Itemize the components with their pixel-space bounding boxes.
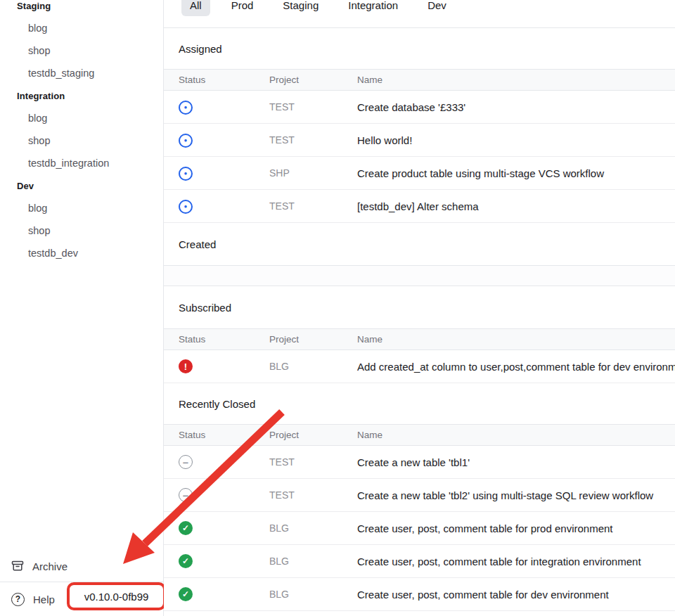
issue-done-icon: ✓ [179, 587, 193, 601]
issue-name: Create database '£333' [357, 101, 675, 113]
sidebar-item-dev-shop[interactable]: shop [0, 219, 163, 242]
issue-open-icon: ● [179, 101, 193, 115]
environment-tabbar: All Prod Staging Integration Dev [164, 0, 675, 28]
issue-row[interactable]: − TEST Create a new table 'tbl1' [164, 446, 675, 479]
issue-open-icon: ● [179, 200, 193, 214]
tab-staging[interactable]: Staging [274, 0, 327, 16]
section-subscribed: Subscribed Status Project Name ! BLG Add… [164, 286, 675, 383]
issue-failed-icon: ! [179, 359, 193, 373]
header-status: Status [164, 75, 269, 85]
env-group-staging: Staging [0, 0, 163, 17]
section-title-subscribed: Subscribed [164, 286, 675, 328]
issue-name: Create a new table 'tbl1' [357, 456, 675, 468]
tab-integration[interactable]: Integration [340, 0, 406, 16]
help-question-icon: ? [11, 593, 25, 606]
issue-name: Add created_at column to user,post,comme… [357, 361, 675, 373]
tab-dev[interactable]: Dev [419, 0, 455, 16]
issue-row[interactable]: ● SHP Create product table using multi-s… [164, 157, 675, 190]
section-recently-closed: Recently Closed Status Project Name − TE… [164, 383, 675, 611]
header-status: Status [164, 430, 269, 440]
issue-name: [testdb_dev] Alter schema [357, 200, 675, 212]
database-nav: Staging blog shop testdb_staging Integra… [0, 0, 163, 264]
header-project: Project [269, 430, 357, 440]
issue-name: Create a new table 'tbl2' using multi-st… [357, 489, 675, 501]
header-name: Name [357, 75, 675, 85]
header-project: Project [269, 334, 357, 345]
sidebar-item-integration-shop[interactable]: shop [0, 129, 163, 152]
main-content: All Prod Staging Integration Dev Assigne… [164, 0, 675, 616]
header-name: Name [357, 334, 675, 345]
issue-name: Create user, post, comment table for dev… [357, 589, 675, 601]
section-created: Created [164, 223, 675, 286]
header-project: Project [269, 75, 357, 85]
project-key: BLG [269, 522, 357, 534]
section-title-assigned: Assigned [164, 28, 675, 69]
version-label: v0.10.0-0fb99 [84, 591, 149, 603]
project-key: BLG [269, 556, 357, 567]
issue-name: Hello world! [357, 134, 675, 146]
sidebar-item-staging-shop[interactable]: shop [0, 39, 163, 62]
issue-row[interactable]: − TEST Create a new table 'tbl2' using m… [164, 479, 675, 512]
sidebar-item-dev-blog[interactable]: blog [0, 197, 163, 219]
section-title-recently-closed: Recently Closed [164, 383, 675, 424]
issue-open-icon: ● [179, 134, 193, 148]
sidebar-item-testdb-dev[interactable]: testdb_dev [0, 242, 163, 264]
issue-row[interactable]: ✓ BLG Create user, post, comment table f… [164, 545, 675, 578]
issue-name: Create product table using multi-stage V… [357, 167, 675, 179]
project-key: TEST [269, 134, 357, 146]
sidebar-item-staging-blog[interactable]: blog [0, 17, 163, 39]
env-group-integration: Integration [0, 84, 163, 107]
env-group-dev: Dev [0, 174, 163, 197]
issue-row[interactable]: ● TEST [testdb_dev] Alter schema [164, 190, 675, 223]
header-name: Name [357, 430, 675, 440]
project-key: TEST [269, 456, 357, 468]
issue-name: Create user, post, comment table for pro… [357, 522, 675, 534]
section-title-created: Created [164, 223, 675, 265]
tab-all[interactable]: All [181, 0, 210, 16]
sidebar-item-testdb-integration[interactable]: testdb_integration [0, 152, 163, 174]
header-status: Status [164, 334, 269, 345]
annotation-box-version: v0.10.0-0fb99 [67, 582, 166, 610]
project-key: TEST [269, 101, 357, 113]
table-header: Status Project Name [164, 424, 675, 446]
issue-row[interactable]: ✓ BLG Create user, post, comment table f… [164, 512, 675, 545]
issue-row[interactable]: ✓ BLG Create user, post, comment table f… [164, 578, 675, 611]
section-assigned: Assigned Status Project Name ● TEST Crea… [164, 28, 675, 223]
help-label: Help [33, 593, 55, 605]
sidebar-item-testdb-staging[interactable]: testdb_staging [0, 62, 163, 84]
issue-open-icon: ● [179, 167, 193, 181]
issue-row[interactable]: ! BLG Add created_at column to user,post… [164, 350, 675, 383]
issue-done-icon: ✓ [179, 521, 193, 535]
tab-prod[interactable]: Prod [223, 0, 262, 16]
archive-box-icon [11, 560, 24, 572]
project-key: TEST [269, 489, 357, 501]
issue-row[interactable]: ● TEST Hello world! [164, 124, 675, 157]
sidebar: Staging blog shop testdb_staging Integra… [0, 0, 164, 616]
archive-button[interactable]: Archive [0, 551, 163, 582]
project-key: SHP [269, 167, 357, 179]
issue-canceled-icon: − [179, 455, 193, 469]
project-key: BLG [269, 589, 357, 600]
issue-canceled-icon: − [179, 488, 193, 502]
sidebar-item-integration-blog[interactable]: blog [0, 107, 163, 129]
empty-table-band [164, 265, 675, 286]
table-header: Status Project Name [164, 328, 675, 350]
issue-name: Create user, post, comment table for int… [357, 556, 675, 567]
issue-row[interactable]: ● TEST Create database '£333' [164, 91, 675, 124]
project-key: TEST [269, 200, 357, 212]
issue-done-icon: ✓ [179, 554, 193, 568]
project-key: BLG [269, 361, 357, 372]
archive-label: Archive [32, 560, 68, 572]
table-header: Status Project Name [164, 69, 675, 91]
